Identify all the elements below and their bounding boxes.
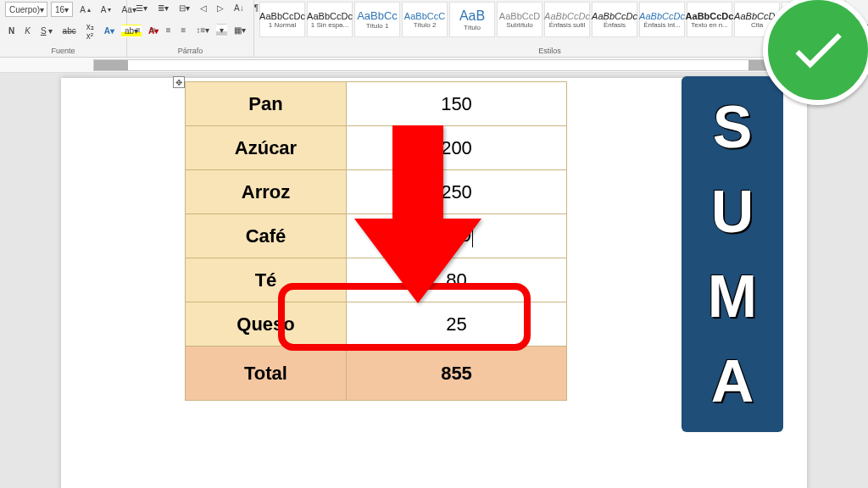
cell-value[interactable]: 25	[347, 302, 567, 347]
table-row: Pan150	[186, 82, 567, 126]
ribbon: Cuerpo) ▾ 16 ▾ A▴ A▾ Aa▾ N K S▾ abc x₂ x…	[0, 0, 868, 58]
align-right-button[interactable]: ≡	[163, 24, 175, 36]
ribbon-group-styles: AaBbCcDc1 Normal AaBbCcDc1 Sin espa... A…	[254, 0, 846, 57]
cell-value-active[interactable]: 150	[347, 214, 567, 258]
suma-letter: A	[711, 347, 754, 415]
cell-value[interactable]: 150	[347, 82, 567, 126]
cell-name[interactable]: Pan	[186, 82, 347, 126]
style-heading1[interactable]: AaBbCcTítulo 1	[354, 2, 400, 37]
strike-button[interactable]: abc	[59, 25, 80, 37]
multilevel-list-button[interactable]: ⊟▾	[175, 2, 193, 14]
align-left-button[interactable]: ≡	[132, 24, 144, 36]
suma-letter: M	[708, 263, 757, 330]
cell-total-label[interactable]: Total	[186, 347, 347, 401]
line-spacing-button[interactable]: ↕≡▾	[192, 24, 213, 36]
table-row: Té80	[186, 258, 567, 302]
ribbon-label-styles: Estilos	[259, 45, 840, 55]
shading-button[interactable]: ▾	[216, 24, 227, 36]
cell-name[interactable]: Té	[186, 258, 347, 302]
style-no-spacing[interactable]: AaBbCcDc1 Sin espa...	[307, 2, 353, 37]
table-row: Azúcar200	[186, 126, 567, 170]
style-subtle-emphasis[interactable]: AaBbCcDcÉnfasis sutil	[544, 2, 590, 37]
borders-button[interactable]: ▦▾	[231, 24, 249, 36]
ribbon-group-font: Cuerpo) ▾ 16 ▾ A▴ A▾ Aa▾ N K S▾ abc x₂ x…	[0, 0, 127, 57]
table-row-total: Total855	[186, 347, 567, 401]
align-center-button[interactable]: ≡	[147, 24, 159, 36]
check-icon	[787, 19, 849, 81]
indent-right-button[interactable]: ▷	[214, 2, 227, 14]
text-cursor	[472, 225, 473, 247]
style-title[interactable]: AaBTítulo	[449, 2, 495, 37]
cell-value[interactable]: 250	[347, 170, 567, 214]
cell-value[interactable]: 200	[347, 126, 567, 170]
ribbon-label-paragraph: Párrafo	[132, 45, 248, 55]
grow-font-button[interactable]: A▴	[76, 3, 94, 16]
bold-button[interactable]: N	[5, 25, 18, 37]
table-row: Queso25	[186, 302, 567, 347]
indent-left-button[interactable]: ◁	[197, 2, 210, 14]
cell-name[interactable]: Queso	[186, 302, 347, 347]
cell-name[interactable]: Arroz	[186, 170, 347, 214]
suma-letter: S	[713, 93, 753, 161]
shrink-font-button[interactable]: A▾	[97, 3, 115, 16]
underline-button[interactable]: S▾	[37, 25, 56, 37]
justify-button[interactable]: ≡	[178, 24, 190, 36]
italic-button[interactable]: K	[21, 25, 34, 37]
horizontal-ruler[interactable]	[0, 58, 868, 73]
style-emphasis[interactable]: AaBbCcDcÉnfasis	[592, 2, 637, 37]
ribbon-group-paragraph: ☰▾ ≣▾ ⊟▾ ◁ ▷ A↓ ¶ ≡ ≡ ≡ ≡ ↕≡▾ ▾ ▦▾ Párra…	[127, 0, 254, 57]
style-heading2[interactable]: AaBbCcCTítulo 2	[402, 2, 448, 37]
table-move-handle[interactable]: ✥	[173, 76, 185, 88]
cell-name[interactable]: Café	[186, 214, 347, 258]
suma-label-box: S U M A	[682, 76, 783, 432]
style-intense-emphasis[interactable]: AaBbCcDcÉnfasis int...	[639, 2, 685, 37]
table-row: Café150	[186, 214, 567, 258]
sub-super-button[interactable]: x₂ x²	[83, 20, 97, 42]
sort-button[interactable]: A↓	[231, 2, 248, 14]
cell-name[interactable]: Azúcar	[186, 126, 347, 170]
text-effects-button[interactable]: A▾	[101, 25, 118, 37]
data-table[interactable]: Pan150 Azúcar200 Arroz250 Café150 Té80 Q…	[185, 81, 567, 401]
styles-gallery[interactable]: AaBbCcDc1 Normal AaBbCcDc1 Sin espa... A…	[259, 2, 840, 37]
style-strong[interactable]: AaBbCcDcTexto en n...	[687, 2, 732, 37]
number-list-button[interactable]: ≣▾	[154, 2, 172, 14]
bullet-list-button[interactable]: ☰▾	[132, 2, 151, 14]
style-normal[interactable]: AaBbCcDc1 Normal	[259, 2, 305, 37]
table-row: Arroz250	[186, 170, 567, 214]
font-size-select[interactable]: 16 ▾	[51, 2, 73, 17]
cell-value[interactable]: 80	[347, 258, 567, 302]
style-subtitle[interactable]: AaBbCcDSubtítulo	[497, 2, 542, 37]
suma-letter: U	[711, 178, 754, 246]
cell-total-value[interactable]: 855	[347, 347, 567, 401]
ribbon-label-font: Fuente	[5, 45, 121, 55]
font-name-select[interactable]: Cuerpo) ▾	[5, 2, 47, 17]
checkmark-badge	[763, 0, 868, 105]
